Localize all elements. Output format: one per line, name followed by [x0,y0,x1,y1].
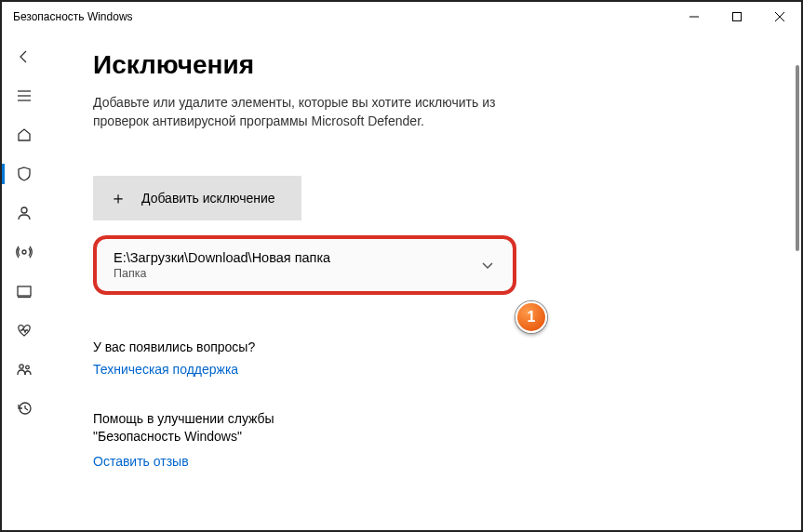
help-section: Помощь в улучшении службы "Безопасность … [93,410,773,469]
window-title: Безопасность Windows [13,10,133,23]
close-button[interactable] [758,2,801,32]
window-controls [673,2,801,32]
page-title: Исключения [93,50,773,80]
menu-button[interactable] [2,76,47,115]
window-body: Исключения Добавьте или удалите элементы… [2,32,801,530]
sidebar-item-family[interactable] [2,350,47,389]
svg-point-12 [26,366,30,369]
exclusion-item[interactable]: E:\Загрузки\Download\Новая папка Папка [93,235,516,295]
add-exclusion-button[interactable]: ＋ Добавить исключение [93,176,301,220]
scrollbar[interactable] [790,65,799,525]
callout-number: 1 [528,309,536,326]
plus-icon: ＋ [110,187,127,209]
svg-point-7 [21,207,27,213]
sidebar-item-history[interactable] [2,389,47,428]
questions-section: У вас появились вопросы? Техническая под… [93,339,773,377]
sidebar-item-account[interactable] [2,193,47,233]
sidebar-item-app-control[interactable] [2,272,47,311]
help-title: Помощь в улучшении службы "Безопасность … [93,410,354,446]
sidebar-item-device-health[interactable] [2,311,47,350]
svg-point-11 [20,365,23,368]
back-button[interactable] [2,37,47,76]
page-description: Добавьте или удалите элементы, которые в… [93,93,521,131]
callout-badge: 1 [515,301,547,333]
svg-rect-1 [733,13,742,21]
scrollbar-thumb[interactable] [796,65,799,251]
sidebar-item-protection[interactable] [2,154,47,193]
add-exclusion-label: Добавить исключение [141,191,275,206]
svg-rect-9 [18,286,31,296]
maximize-button[interactable] [716,2,758,32]
app-window: Безопасность Windows [0,0,803,532]
chevron-down-icon [479,257,496,273]
sidebar-item-firewall[interactable] [2,233,47,272]
sidebar-item-home[interactable] [2,115,47,154]
svg-point-8 [22,250,26,254]
feedback-link[interactable]: Оставить отзыв [93,454,773,469]
exclusion-text: E:\Загрузки\Download\Новая папка Папка [114,250,330,280]
content-area: Исключения Добавьте или удалите элементы… [47,32,801,530]
support-link[interactable]: Техническая поддержка [93,362,773,377]
sidebar [2,32,47,530]
exclusion-kind: Папка [114,267,330,280]
minimize-button[interactable] [673,2,716,32]
questions-title: У вас появились вопросы? [93,339,773,354]
titlebar: Безопасность Windows [2,2,801,32]
exclusion-path: E:\Загрузки\Download\Новая папка [114,250,330,265]
